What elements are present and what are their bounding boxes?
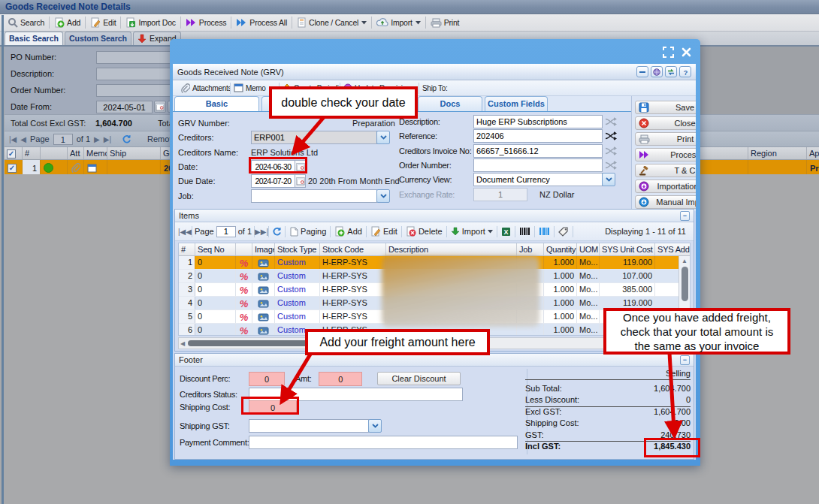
- picture-icon[interactable]: [258, 285, 269, 295]
- pager-next-icon[interactable]: ▶: [94, 135, 100, 143]
- side-button-close[interactable]: Close: [635, 116, 696, 130]
- barcode-dark-icon[interactable]: [519, 227, 530, 236]
- items-pager-prev-icon[interactable]: ◀: [186, 228, 192, 236]
- form-date-input[interactable]: 2024-07-20: [251, 174, 295, 188]
- form-combo-input[interactable]: ERP001: [251, 131, 377, 144]
- combo-chevron-icon[interactable]: [368, 419, 382, 433]
- tag-icon[interactable]: [558, 227, 569, 237]
- dialog-tab-basic[interactable]: Basic: [174, 96, 259, 111]
- form-combo-input[interactable]: [251, 189, 377, 203]
- items-toolbar-paging[interactable]: Paging: [286, 227, 330, 237]
- items-grid-row[interactable]: 30%CustomH-ERP-SYS1.000Mo...385.000: [179, 283, 690, 297]
- side-button-manual-importa[interactable]: Manual Importa: [635, 195, 696, 209]
- items-collapse-icon[interactable]: −: [680, 211, 690, 221]
- footer-collapse-icon[interactable]: −: [680, 355, 690, 365]
- toolbar-button-process[interactable]: Process: [182, 15, 231, 30]
- items-column-stock-type[interactable]: Stock Type: [275, 243, 320, 255]
- pager-prev-icon[interactable]: ◀: [20, 135, 26, 143]
- row-checkbox[interactable]: ✓: [8, 164, 17, 173]
- dialog-toolbar-attachments[interactable]: Attachments: [177, 83, 230, 93]
- barcode-blue-icon[interactable]: [539, 227, 550, 236]
- toolbar-button-import[interactable]: Import: [373, 15, 425, 30]
- items-column-#[interactable]: #: [179, 243, 195, 255]
- tab-basic-search[interactable]: Basic Search: [5, 32, 63, 45]
- shipping-gst-input[interactable]: [249, 419, 369, 433]
- results-column-header[interactable]: Att: [68, 147, 84, 159]
- scroll-left-icon[interactable]: ◀: [180, 340, 185, 347]
- pager-page-input[interactable]: 1: [53, 134, 73, 145]
- dialog-maximize-icon[interactable]: [663, 47, 674, 58]
- picture-icon[interactable]: [258, 272, 269, 282]
- tab-custom-search[interactable]: Custom Search: [65, 32, 131, 45]
- picture-icon[interactable]: [258, 258, 269, 268]
- calendar-icon[interactable]: [154, 101, 166, 113]
- excel-icon[interactable]: X: [501, 227, 511, 237]
- toolbar-button-process-all[interactable]: Process All: [232, 15, 291, 30]
- form-text-input[interactable]: Huge ERP Subscriptions: [473, 115, 603, 128]
- items-toolbar-import[interactable]: Import: [447, 227, 497, 236]
- refresh-icon[interactable]: [122, 134, 131, 144]
- dialog-tab-custom-fields[interactable]: Custom Fields: [485, 96, 548, 111]
- calendar-icon[interactable]: [295, 174, 306, 188]
- toolbar-button-import-doc[interactable]: Import Doc: [122, 15, 179, 30]
- side-button-save[interactable]: Save: [635, 101, 696, 114]
- items-column-seq-no[interactable]: Seq No: [195, 243, 236, 255]
- items-pager-first-icon[interactable]: |◀: [178, 228, 186, 236]
- results-column-header[interactable]: #: [23, 147, 41, 159]
- results-column-header[interactable]: Ship: [107, 147, 161, 159]
- discount-perc-input[interactable]: 0: [249, 372, 285, 386]
- side-button-process[interactable]: Process: [635, 148, 696, 161]
- date-from-input[interactable]: 2024-05-01: [96, 101, 153, 113]
- combo-chevron-icon[interactable]: [602, 173, 615, 186]
- pager-first-icon[interactable]: |◀: [9, 135, 17, 143]
- results-column-header[interactable]: Region: [748, 147, 807, 159]
- form-text-input[interactable]: 202406: [473, 129, 603, 143]
- shuffle-icon-grey[interactable]: [605, 146, 617, 155]
- picture-icon[interactable]: [258, 312, 269, 322]
- items-column-sys-unit-cost[interactable]: SYS Unit Cost: [600, 243, 655, 255]
- pager-last-icon[interactable]: ▶|: [104, 135, 111, 143]
- items-pager-next-icon[interactable]: ▶: [255, 228, 261, 236]
- clear-discount-button[interactable]: Clear Discount: [377, 372, 460, 385]
- scrollbar-thumb[interactable]: [681, 267, 688, 301]
- help-icon[interactable]: ?: [679, 66, 691, 77]
- toolbar-button-clone-cancel[interactable]: Clone / Cancel: [293, 15, 370, 30]
- shuffle-icon-dark[interactable]: [605, 131, 617, 140]
- results-column-header[interactable]: [41, 147, 68, 159]
- shuffle-icon-grey[interactable]: [605, 117, 617, 126]
- items-toolbar-delete[interactable]: Delete: [402, 226, 446, 237]
- toolbar-button-add[interactable]: Add: [50, 15, 84, 30]
- swap-refresh-icon[interactable]: [665, 66, 677, 77]
- combo-chevron-icon[interactable]: [376, 189, 390, 203]
- payment-comment-input[interactable]: [249, 436, 518, 449]
- minimize-icon[interactable]: [636, 66, 648, 77]
- form-combo-input[interactable]: Document Currency: [473, 173, 603, 186]
- select-all-checkbox[interactable]: ✓: [7, 149, 16, 158]
- form-text-input[interactable]: 66657_51666.12: [473, 144, 603, 158]
- toolbar-button-print[interactable]: Print: [427, 15, 464, 30]
- items-grid-row[interactable]: 10%CustomH-ERP-SYS1.000Mo...119.000: [179, 256, 690, 270]
- dialog-close-icon[interactable]: [681, 47, 691, 57]
- picture-icon[interactable]: [258, 299, 269, 309]
- side-button-t-c[interactable]: T & C: [635, 164, 696, 177]
- dialog-tab-docs[interactable]: Docs: [418, 96, 482, 111]
- form-text-input[interactable]: [473, 158, 603, 172]
- items-column-sys-additiona[interactable]: SYS Additiona: [655, 243, 690, 255]
- items-column-description[interactable]: Description: [386, 243, 517, 255]
- results-column-header[interactable]: ✓: [5, 147, 23, 159]
- scroll-up-icon[interactable]: ▲: [681, 258, 688, 264]
- items-grid-row[interactable]: 20%CustomH-ERP-SYS1.000Mo...107.000: [179, 270, 690, 283]
- results-column-header[interactable]: Memo: [84, 147, 107, 159]
- side-button-importation-spl[interactable]: Importation Spl: [635, 180, 696, 193]
- items-toolbar-add[interactable]: Add: [331, 226, 366, 237]
- shuffle-icon-grey[interactable]: [605, 161, 617, 170]
- items-toolbar-edit[interactable]: Edit: [367, 226, 401, 237]
- items-column-image[interactable]: Image: [252, 243, 275, 255]
- toolbar-button-search[interactable]: Search: [4, 15, 48, 30]
- items-column-stock-code[interactable]: Stock Code: [320, 243, 386, 255]
- items-column-blank[interactable]: [236, 243, 252, 255]
- amt-input[interactable]: 0: [319, 372, 362, 386]
- toolbar-button-edit[interactable]: Edit: [86, 15, 119, 30]
- globe-icon[interactable]: [651, 66, 663, 77]
- side-button-print[interactable]: Print: [635, 132, 696, 146]
